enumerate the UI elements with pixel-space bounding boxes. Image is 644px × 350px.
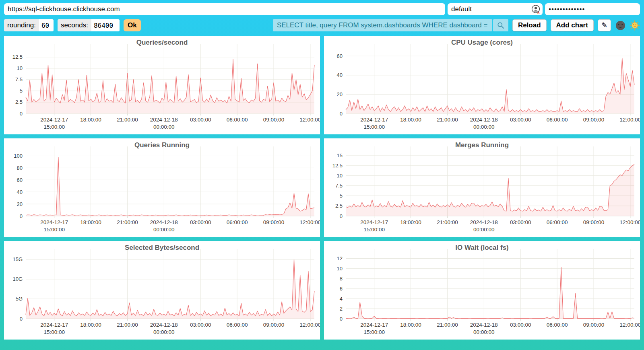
seconds-input[interactable] bbox=[91, 19, 120, 31]
svg-text:12:00:00: 12:00:00 bbox=[300, 219, 320, 225]
rounding-label: rounding: bbox=[4, 19, 39, 31]
svg-text:0: 0 bbox=[20, 111, 23, 117]
chart-card-queries-per-second: Queries/second 2024-12-1715:00:0018:00:0… bbox=[4, 36, 320, 134]
svg-text:x: x bbox=[537, 10, 540, 14]
svg-text:09:00:00: 09:00:00 bbox=[583, 322, 605, 328]
moon-face-icon bbox=[615, 21, 625, 31]
svg-text:5: 5 bbox=[340, 193, 343, 199]
seconds-label: seconds: bbox=[58, 19, 91, 31]
svg-text:00:00:00: 00:00:00 bbox=[153, 226, 175, 233]
svg-text:03:00:00: 03:00:00 bbox=[510, 322, 531, 328]
svg-text:12.5: 12.5 bbox=[332, 163, 343, 169]
chart-title: Selected Bytes/second bbox=[4, 244, 320, 252]
svg-text:80: 80 bbox=[17, 165, 23, 171]
svg-text:00:00:00: 00:00:00 bbox=[153, 124, 175, 130]
svg-text:0: 0 bbox=[340, 213, 343, 219]
chart-plot-io-wait[interactable]: 2024-12-1715:00:0018:00:0021:00:002024-1… bbox=[324, 241, 640, 340]
svg-text:5G: 5G bbox=[16, 296, 23, 302]
chart-plot-merges-running[interactable]: 2024-12-1715:00:0018:00:0021:00:002024-1… bbox=[324, 138, 640, 237]
svg-text:03:00:00: 03:00:00 bbox=[190, 117, 211, 123]
svg-text:06:00:00: 06:00:00 bbox=[227, 219, 248, 225]
dashboard-query-input[interactable] bbox=[273, 19, 492, 31]
rounding-input[interactable] bbox=[39, 19, 54, 31]
svg-text:2024-12-17: 2024-12-17 bbox=[360, 117, 388, 123]
svg-text:2024-12-18: 2024-12-18 bbox=[150, 219, 178, 225]
svg-text:21:00:00: 21:00:00 bbox=[437, 117, 458, 123]
chart-plot-queries-running[interactable]: 2024-12-1715:00:0018:00:0021:00:002024-1… bbox=[4, 138, 320, 237]
chart-title: Queries/second bbox=[4, 39, 320, 47]
svg-text:40: 40 bbox=[337, 72, 343, 78]
password-input[interactable] bbox=[545, 3, 640, 15]
svg-text:12:00:00: 12:00:00 bbox=[620, 322, 640, 328]
svg-text:2024-12-17: 2024-12-17 bbox=[40, 322, 68, 328]
svg-text:00:00:00: 00:00:00 bbox=[473, 124, 495, 130]
svg-text:21:00:00: 21:00:00 bbox=[437, 322, 458, 328]
url-input[interactable] bbox=[4, 3, 445, 15]
svg-text:2024-12-18: 2024-12-18 bbox=[470, 322, 498, 328]
svg-text:2024-12-17: 2024-12-17 bbox=[40, 219, 68, 225]
edit-button[interactable]: ✎ bbox=[598, 19, 611, 31]
svg-text:2.5: 2.5 bbox=[15, 99, 23, 105]
svg-text:09:00:00: 09:00:00 bbox=[263, 322, 285, 328]
add-chart-button[interactable]: Add chart bbox=[551, 19, 594, 31]
svg-text:00:00:00: 00:00:00 bbox=[153, 329, 175, 335]
svg-text:15: 15 bbox=[337, 152, 343, 159]
chart-title: CPU Usage (cores) bbox=[324, 39, 640, 47]
svg-text:12:00:00: 12:00:00 bbox=[620, 117, 640, 123]
svg-text:21:00:00: 21:00:00 bbox=[117, 117, 138, 123]
light-theme-toggle[interactable] bbox=[630, 20, 640, 31]
chart-title: Queries Running bbox=[4, 141, 320, 149]
svg-text:0: 0 bbox=[340, 316, 343, 322]
svg-text:06:00:00: 06:00:00 bbox=[547, 117, 568, 123]
svg-text:10G: 10G bbox=[12, 276, 23, 282]
ok-button[interactable]: Ok bbox=[124, 19, 141, 31]
seconds-param: seconds: bbox=[58, 19, 120, 31]
reload-button[interactable]: Reload bbox=[512, 19, 547, 31]
svg-text:00:00:00: 00:00:00 bbox=[473, 226, 495, 233]
chart-title: IO Wait (local fs) bbox=[324, 244, 640, 252]
svg-text:2024-12-18: 2024-12-18 bbox=[470, 219, 498, 225]
svg-text:20: 20 bbox=[337, 91, 343, 97]
svg-text:18:00:00: 18:00:00 bbox=[400, 219, 421, 225]
svg-text:2024-12-18: 2024-12-18 bbox=[470, 117, 498, 123]
svg-text:12:00:00: 12:00:00 bbox=[300, 322, 320, 328]
dark-theme-toggle[interactable] bbox=[615, 20, 625, 31]
svg-text:12.5: 12.5 bbox=[12, 54, 23, 60]
svg-text:40: 40 bbox=[17, 189, 23, 195]
toolbar-row-controls: rounding: seconds: Ok Reload Add chart ✎ bbox=[0, 15, 644, 32]
chart-plot-cpu-usage[interactable]: 2024-12-1715:00:0018:00:0021:00:002024-1… bbox=[324, 36, 640, 134]
svg-text:0: 0 bbox=[20, 213, 23, 219]
svg-text:18:00:00: 18:00:00 bbox=[80, 219, 101, 225]
chart-card-selected-bytes: Selected Bytes/second 2024-12-1715:00:00… bbox=[4, 241, 320, 340]
svg-text:03:00:00: 03:00:00 bbox=[190, 322, 211, 328]
search-button[interactable] bbox=[493, 19, 508, 31]
magnifier-icon bbox=[497, 21, 505, 29]
chart-plot-queries-per-second[interactable]: 2024-12-1715:00:0018:00:0021:00:002024-1… bbox=[4, 36, 320, 134]
svg-text:03:00:00: 03:00:00 bbox=[510, 117, 531, 123]
svg-text:15:00:00: 15:00:00 bbox=[363, 226, 385, 233]
svg-text:0: 0 bbox=[340, 111, 343, 117]
user-input[interactable] bbox=[448, 3, 543, 15]
chart-card-queries-running: Queries Running 2024-12-1715:00:0018:00:… bbox=[4, 138, 320, 237]
svg-text:15:00:00: 15:00:00 bbox=[363, 329, 385, 335]
svg-text:09:00:00: 09:00:00 bbox=[263, 117, 285, 123]
svg-text:10: 10 bbox=[337, 266, 343, 272]
password-manager-user-icon[interactable]: x bbox=[531, 4, 541, 14]
svg-text:15:00:00: 15:00:00 bbox=[43, 124, 65, 130]
svg-text:7.5: 7.5 bbox=[335, 183, 343, 189]
svg-text:0: 0 bbox=[20, 316, 23, 322]
svg-text:12:00:00: 12:00:00 bbox=[300, 117, 320, 123]
chart-card-cpu-usage: CPU Usage (cores) 2024-12-1715:00:0018:0… bbox=[324, 36, 640, 134]
svg-text:12: 12 bbox=[337, 255, 343, 261]
chart-plot-selected-bytes[interactable]: 2024-12-1715:00:0018:00:0021:00:002024-1… bbox=[4, 241, 320, 340]
svg-text:21:00:00: 21:00:00 bbox=[117, 219, 138, 225]
toolbar-row-connection: x bbox=[0, 0, 644, 15]
svg-text:21:00:00: 21:00:00 bbox=[117, 322, 138, 328]
chart-title: Merges Running bbox=[324, 141, 640, 149]
svg-text:06:00:00: 06:00:00 bbox=[547, 219, 568, 225]
chart-card-merges-running: Merges Running 2024-12-1715:00:0018:00:0… bbox=[324, 138, 640, 237]
svg-text:06:00:00: 06:00:00 bbox=[547, 322, 568, 328]
svg-text:2024-12-17: 2024-12-17 bbox=[360, 322, 388, 328]
svg-text:00:00:00: 00:00:00 bbox=[473, 329, 495, 335]
sun-face-icon bbox=[630, 20, 640, 31]
